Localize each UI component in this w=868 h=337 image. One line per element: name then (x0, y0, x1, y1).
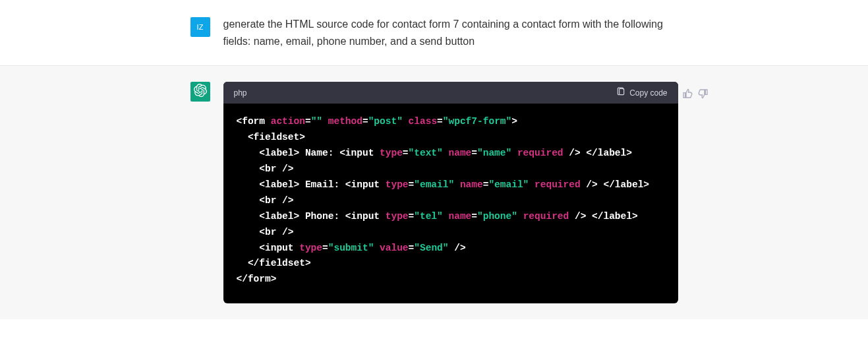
assistant-message-section: php Copy code <form action="" method="po… (0, 66, 868, 319)
assistant-avatar (190, 82, 210, 102)
feedback-buttons (682, 88, 709, 102)
thumbs-up-icon[interactable] (682, 88, 693, 102)
copy-code-button[interactable]: Copy code (616, 87, 667, 98)
copy-code-label: Copy code (629, 88, 667, 98)
user-message-row: IZ generate the HTML source code for con… (190, 16, 678, 49)
user-message-text: generate the HTML source code for contac… (223, 16, 678, 49)
user-avatar: IZ (190, 17, 210, 37)
svg-rect-0 (620, 89, 624, 95)
user-message-section: IZ generate the HTML source code for con… (0, 0, 868, 66)
clipboard-icon (616, 87, 625, 98)
thumbs-down-icon[interactable] (698, 88, 709, 102)
code-header: php Copy code (223, 82, 678, 104)
openai-logo-icon (194, 84, 207, 100)
code-block: php Copy code <form action="" method="po… (223, 82, 678, 303)
assistant-message-row: php Copy code <form action="" method="po… (190, 82, 678, 303)
code-language-label: php (234, 88, 247, 98)
code-body[interactable]: <form action="" method="post" class="wpc… (223, 104, 678, 303)
